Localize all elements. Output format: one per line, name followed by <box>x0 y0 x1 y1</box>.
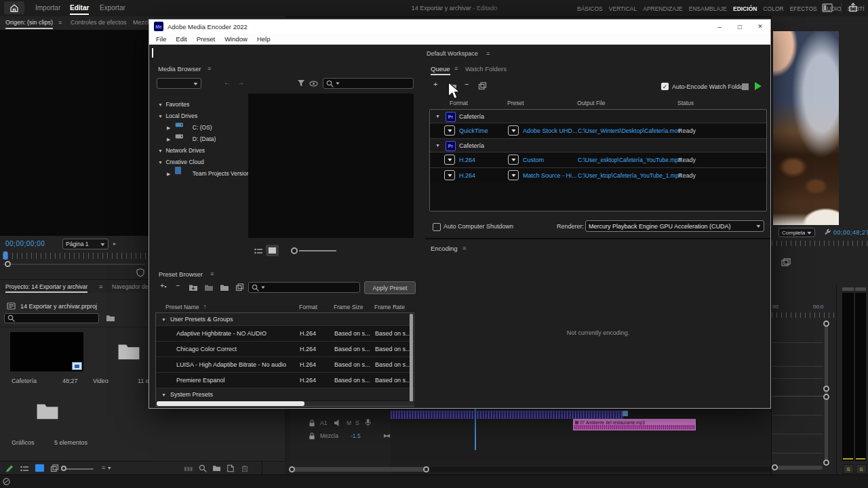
solo-button[interactable]: S <box>355 420 359 426</box>
pencil-icon[interactable] <box>5 464 14 472</box>
ame-title-bar[interactable]: Me Adobe Media Encoder 2022 – ▢ ✕ <box>149 20 770 33</box>
track-lock-icon[interactable] <box>309 420 315 427</box>
home-button[interactable] <box>4 1 24 14</box>
format-dropdown[interactable]: ▼ <box>444 155 455 165</box>
share-export-icon[interactable] <box>848 3 858 12</box>
col-frame-size[interactable]: Frame Size <box>334 304 363 310</box>
tree-item-team-projects[interactable]: ▶ Team Projects Versions <box>167 166 253 178</box>
col-preset-name[interactable]: Preset Name <box>165 304 199 310</box>
zoom-slider-knob[interactable] <box>61 466 66 471</box>
tab-origen[interactable]: Origen: (sin clips) <box>5 19 53 29</box>
thumbnail-cafeteria[interactable] <box>10 332 83 371</box>
back-arrow-icon[interactable]: ← <box>224 79 231 86</box>
menu-exportar[interactable]: Exportar <box>100 4 125 12</box>
project-new-bin-icon[interactable] <box>106 314 115 322</box>
source-scrollbar[interactable] <box>3 264 145 265</box>
timeline-hscroll-thumb[interactable] <box>292 467 426 472</box>
stop-queue-button[interactable] <box>742 83 749 90</box>
add-source-button[interactable]: + <box>433 80 437 88</box>
tab-proyecto[interactable]: Proyecto: 14 Exportar y archivar <box>5 283 87 293</box>
col-format[interactable]: Format <box>450 100 468 106</box>
voiceover-mic-icon[interactable] <box>364 418 372 427</box>
clip-handle[interactable] <box>623 411 628 416</box>
tab-proyecto-menu-icon[interactable]: ≡ <box>99 283 102 290</box>
folder-graficos-icon[interactable] <box>35 400 60 421</box>
export-frame-icon[interactable] <box>781 258 791 266</box>
job-format[interactable]: H.264 <box>459 157 475 163</box>
preset-row[interactable]: LUISA - High Adaptibe Bitrate - No audio… <box>156 357 414 372</box>
menu-importar[interactable]: Importar <box>35 4 60 12</box>
track-source-icon[interactable] <box>333 419 340 427</box>
preset-browser-menu-icon[interactable]: ≡ <box>210 270 214 277</box>
preset-settings-icon[interactable] <box>204 283 214 291</box>
vscroll-knob[interactable] <box>823 321 829 327</box>
timeline-vscrollbar[interactable] <box>825 320 828 464</box>
mb-thumbnail-view-button[interactable] <box>266 245 279 256</box>
tab-efectos[interactable]: EFECTOS <box>790 5 817 12</box>
remove-source-button[interactable]: − <box>465 80 469 88</box>
job-preset[interactable]: Custom <box>523 157 544 163</box>
hscroll-knob-right[interactable] <box>423 466 429 472</box>
sort-ascending-icon[interactable]: ↑ <box>203 303 206 310</box>
preset-search-input[interactable]: ▼ <box>248 282 360 293</box>
tab-aprendizaje[interactable]: APRENDIZAJE <box>643 5 683 12</box>
preset-group-system[interactable]: ▼ System Presets <box>156 388 414 401</box>
workspace-menu-icon[interactable]: ≡ <box>486 50 490 57</box>
solo-right-button[interactable]: S <box>856 464 867 474</box>
queue-group-row[interactable]: ▼ Pr Cafetería <box>430 110 766 123</box>
menu-help[interactable]: Help <box>257 35 271 43</box>
format-dropdown[interactable]: ▼ <box>444 125 455 136</box>
media-browser-menu-icon[interactable]: ≡ <box>208 65 211 72</box>
start-queue-button[interactable] <box>755 82 762 90</box>
minimize-button[interactable]: – <box>709 23 730 30</box>
clip-stack-icon[interactable] <box>50 464 59 472</box>
tab-color[interactable]: COLOR <box>763 5 783 12</box>
job-format[interactable]: H.264 <box>459 172 475 179</box>
menu-preset[interactable]: Preset <box>197 35 215 43</box>
queue-group-row[interactable]: ▼ Pr Cafetería <box>430 138 766 152</box>
new-preset-group-icon[interactable] <box>189 283 198 291</box>
item-name[interactable]: Video <box>93 378 108 384</box>
tree-item-c-drive[interactable]: ▶ C: (OS) <box>167 120 212 132</box>
timeline-right-ruler[interactable] <box>772 312 836 318</box>
renderer-dropdown[interactable]: Mercury Playback Engine GPU Acceleration… <box>585 220 764 232</box>
project-file-name[interactable]: 14 Exportar y archivar.prproj <box>20 303 97 310</box>
encoding-title[interactable]: Encoding <box>431 245 458 252</box>
remove-preset-button[interactable]: − <box>176 281 180 289</box>
page-selector-dropdown[interactable]: Página 1 ▼ <box>62 239 108 249</box>
music-clip[interactable]: 07 Ambiente del restaurante.mp3 <box>573 419 696 430</box>
preset-row[interactable]: Chicago Color Correct H.264 Based on s..… <box>156 341 414 357</box>
list-view-icon[interactable] <box>20 466 29 472</box>
sort-icon[interactable]: ≡ ▼ <box>102 464 112 471</box>
preset-row[interactable]: Premiere Espanol H.264 Based on s... Bas… <box>156 372 414 388</box>
zoom-slider-track[interactable] <box>62 468 94 470</box>
menu-file[interactable]: File <box>156 35 166 43</box>
media-browser-search-input[interactable]: ▼ <box>323 78 414 89</box>
close-button[interactable]: ✕ <box>750 23 770 30</box>
forward-arrow-icon[interactable]: → <box>237 79 244 86</box>
tab-origen-menu-icon[interactable]: ≡ <box>58 19 62 26</box>
preset-vscrollbar[interactable] <box>410 314 413 402</box>
col-preset[interactable]: Preset <box>507 100 524 106</box>
tree-item-favorites[interactable]: ▼ Favorites <box>158 97 189 109</box>
job-output-path[interactable]: C:\User_Winters\Desktop\Cafetería.mov <box>578 127 681 134</box>
solo-left-button[interactable]: S <box>843 464 854 474</box>
collapse-icon[interactable]: ▼ <box>435 143 440 148</box>
tab-vertical[interactable]: VERTICAL <box>609 5 637 12</box>
preset-dropdown[interactable]: ▼ <box>508 125 519 136</box>
queue-job-row[interactable]: ▼ QuickTime ▼ Adobe Stock UHD... C:\User… <box>430 123 766 138</box>
preset-dropdown[interactable]: ▼ <box>508 170 519 180</box>
queue-menu-icon[interactable]: ≡ <box>454 65 458 72</box>
vscroll-knob[interactable] <box>823 394 829 400</box>
new-bin-icon[interactable] <box>212 464 221 472</box>
eye-icon[interactable] <box>309 81 318 87</box>
source-scroll-knob[interactable] <box>5 261 11 267</box>
tab-basicos[interactable]: BÁSICOS <box>577 5 603 12</box>
hscroll-knob-left[interactable] <box>289 466 295 472</box>
maximize-button[interactable]: ▢ <box>730 24 750 30</box>
filter-funnel-icon[interactable] <box>297 79 305 87</box>
col-output-file[interactable]: Output File <box>577 100 606 106</box>
vscroll-knob[interactable] <box>823 460 829 466</box>
duplicate-icon[interactable] <box>478 82 487 90</box>
audio-waveform-clip[interactable] <box>391 411 624 419</box>
